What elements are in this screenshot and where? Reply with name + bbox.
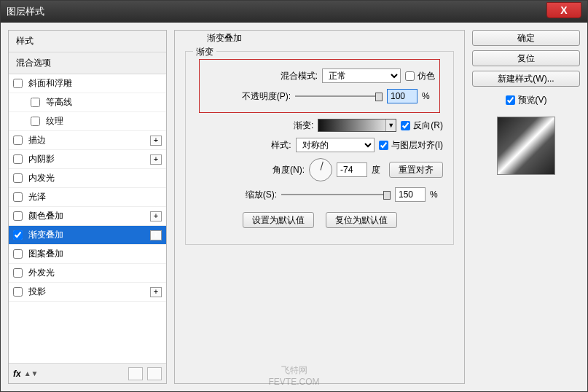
- style-item-checkbox[interactable]: [13, 192, 23, 202]
- blend-mode-label: 混合模式:: [281, 70, 318, 82]
- style-item-8[interactable]: 渐变叠加+: [9, 226, 166, 245]
- styles-panel: 样式 混合选项 斜面和浮雕等高线纹理描边+内阴影+内发光光泽颜色叠加+渐变叠加+…: [8, 30, 167, 384]
- gradient-label: 渐变:: [294, 119, 313, 132]
- reset-align-button[interactable]: 重置对齐: [389, 162, 443, 178]
- style-item-11[interactable]: 投影+: [9, 283, 166, 302]
- style-item-4[interactable]: 内阴影+: [9, 150, 166, 169]
- gradient-fieldset: 渐变 混合模式: 正常 仿色 不透明度(P):: [185, 51, 454, 245]
- style-item-add-icon[interactable]: +: [150, 287, 162, 297]
- style-item-add-icon[interactable]: +: [150, 211, 162, 222]
- preview-checkbox-wrap[interactable]: 预览(V): [472, 94, 580, 106]
- align-checkbox-wrap[interactable]: 与图层对齐(I): [379, 139, 443, 152]
- scale-unit: %: [430, 189, 443, 200]
- gradient-dropdown-icon[interactable]: ▼: [385, 119, 396, 131]
- gradient-swatch[interactable]: ▼: [318, 119, 396, 132]
- styles-list: 斜面和浮雕等高线纹理描边+内阴影+内发光光泽颜色叠加+渐变叠加+图案叠加外发光投…: [9, 74, 166, 363]
- new-style-button[interactable]: 新建样式(W)...: [472, 71, 580, 87]
- style-item-9[interactable]: 图案叠加: [9, 245, 166, 264]
- style-item-label: 斜面和浮雕: [28, 77, 72, 90]
- dither-checkbox[interactable]: [405, 71, 415, 81]
- window-title: 图层样式: [7, 5, 44, 18]
- style-item-checkbox[interactable]: [13, 211, 23, 221]
- footer-add-icon[interactable]: [128, 367, 143, 380]
- angle-unit: 度: [372, 164, 385, 176]
- highlight-box: 混合模式: 正常 仿色 不透明度(P):: [199, 59, 440, 113]
- angle-dial[interactable]: [309, 158, 332, 181]
- style-item-checkbox[interactable]: [13, 79, 23, 88]
- style-item-label: 图案叠加: [28, 248, 63, 260]
- group-title: 渐变叠加: [204, 32, 245, 44]
- fx-arrows-icon[interactable]: ▲▼: [24, 369, 39, 377]
- styles-header[interactable]: 样式: [9, 31, 166, 52]
- style-item-1[interactable]: 等高线: [9, 93, 166, 112]
- style-item-checkbox[interactable]: [13, 287, 23, 297]
- blend-mode-select[interactable]: 正常: [322, 68, 401, 83]
- cancel-button[interactable]: 复位: [472, 50, 580, 66]
- style-item-10[interactable]: 外发光: [9, 264, 166, 283]
- style-item-label: 光泽: [28, 191, 46, 203]
- gradient-overlay-settings: 渐变叠加 渐变 混合模式: 正常 仿色 不透明: [174, 30, 465, 384]
- reset-default-button[interactable]: 复位为默认值: [326, 212, 397, 228]
- blending-options-header[interactable]: 混合选项: [9, 52, 166, 74]
- style-item-label: 内阴影: [28, 153, 55, 165]
- gradient-legend: 渐变: [193, 46, 216, 58]
- style-item-3[interactable]: 描边+: [9, 131, 166, 150]
- style-item-add-icon[interactable]: +: [150, 136, 162, 146]
- dither-checkbox-wrap[interactable]: 仿色: [405, 70, 435, 82]
- reverse-checkbox-wrap[interactable]: 反向(R): [401, 119, 443, 132]
- content-area: 样式 混合选项 斜面和浮雕等高线纹理描边+内阴影+内发光光泽颜色叠加+渐变叠加+…: [1, 23, 587, 391]
- scale-slider[interactable]: [281, 189, 391, 200]
- align-label: 与图层对齐(I): [391, 139, 443, 152]
- preview-checkbox[interactable]: [506, 95, 515, 105]
- style-item-label: 外发光: [28, 267, 55, 279]
- style-item-label: 颜色叠加: [28, 210, 63, 222]
- style-item-label: 纹理: [46, 115, 63, 128]
- style-item-checkbox[interactable]: [31, 117, 40, 126]
- opacity-label: 不透明度(P):: [242, 90, 291, 103]
- align-checkbox[interactable]: [379, 141, 388, 150]
- styles-footer: fx ▲▼: [9, 363, 166, 383]
- set-default-button[interactable]: 设置为默认值: [243, 212, 314, 228]
- style-item-checkbox[interactable]: [13, 268, 23, 278]
- opacity-unit: %: [422, 91, 435, 101]
- style-item-checkbox[interactable]: [13, 154, 23, 164]
- reverse-checkbox[interactable]: [401, 121, 410, 130]
- footer-trash-icon[interactable]: [147, 367, 162, 380]
- style-label: 样式:: [271, 139, 291, 152]
- reverse-label: 反向(R): [413, 119, 443, 132]
- style-item-checkbox[interactable]: [31, 98, 40, 107]
- style-item-6[interactable]: 光泽: [9, 188, 166, 207]
- style-select[interactable]: 对称的: [296, 138, 375, 152]
- angle-label: 角度(N):: [273, 164, 305, 176]
- style-item-5[interactable]: 内发光: [9, 169, 166, 188]
- style-item-label: 描边: [28, 134, 46, 146]
- style-item-add-icon[interactable]: +: [150, 230, 162, 240]
- scale-label: 缩放(S):: [246, 189, 277, 201]
- style-item-label: 投影: [28, 286, 46, 298]
- dither-label: 仿色: [418, 70, 435, 82]
- preview-label: 预览(V): [518, 94, 547, 106]
- scale-input[interactable]: [395, 187, 426, 202]
- style-item-checkbox[interactable]: [13, 230, 23, 240]
- style-item-checkbox[interactable]: [13, 249, 23, 259]
- style-item-7[interactable]: 颜色叠加+: [9, 207, 166, 226]
- preview-thumbnail: [497, 117, 555, 175]
- style-item-checkbox[interactable]: [13, 136, 23, 145]
- style-item-label: 内发光: [28, 172, 55, 184]
- style-item-checkbox[interactable]: [13, 173, 23, 183]
- style-item-label: 等高线: [46, 96, 72, 109]
- right-button-panel: 确定 复位 新建样式(W)... 预览(V): [472, 30, 580, 384]
- style-item-2[interactable]: 纹理: [9, 112, 166, 131]
- style-item-0[interactable]: 斜面和浮雕: [9, 74, 166, 93]
- opacity-input[interactable]: [387, 89, 418, 103]
- angle-input[interactable]: [337, 162, 367, 177]
- close-button[interactable]: X: [546, 2, 581, 18]
- style-item-add-icon[interactable]: +: [150, 154, 162, 165]
- fx-label[interactable]: fx: [13, 369, 21, 379]
- titlebar: 图层样式 X: [1, 1, 587, 23]
- layer-style-dialog: 图层样式 X 样式 混合选项 斜面和浮雕等高线纹理描边+内阴影+内发光光泽颜色叠…: [0, 0, 588, 392]
- ok-button[interactable]: 确定: [472, 30, 580, 46]
- opacity-slider[interactable]: [295, 91, 383, 101]
- style-item-label: 渐变叠加: [28, 229, 63, 241]
